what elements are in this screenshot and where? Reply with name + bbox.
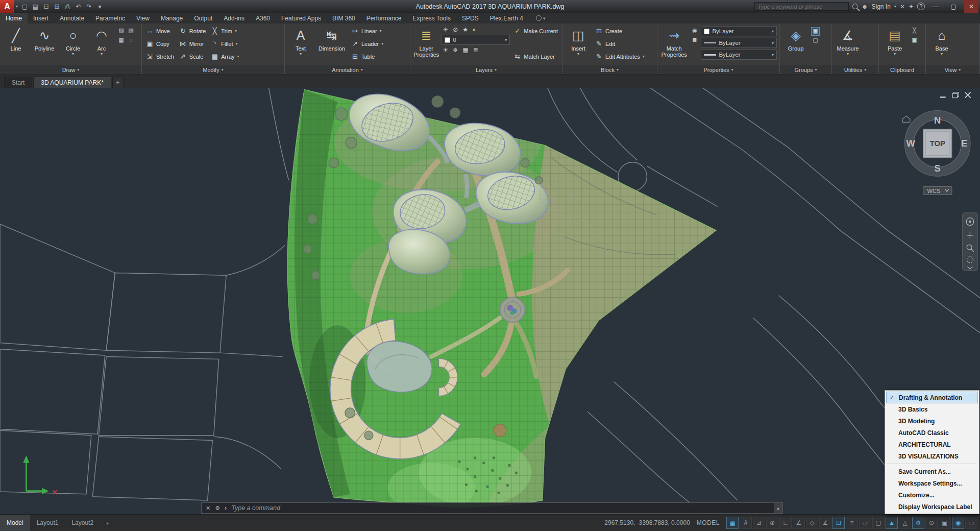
lock-ui-button[interactable]: ▣ [939,517,951,529]
tab-view[interactable]: View [131,13,155,23]
block-panel-label[interactable]: Block▾ [562,65,657,74]
command-customize-icon[interactable]: ⚙ [215,505,220,512]
tab-bim-360[interactable]: BIM 360 [327,13,361,23]
viewcube-east[interactable]: E [961,138,967,149]
polyline-button[interactable]: ∿ Polyline [31,25,58,65]
layout1-tab[interactable]: Layout1 [30,515,65,531]
polar-tracking-toggle[interactable]: ∠ [793,517,805,529]
ribbon-display-toggle[interactable]: ▾ [536,13,546,23]
copy-button[interactable]: ▣Copy [144,37,176,50]
autoscale-toggle[interactable]: △ [899,517,911,529]
command-input[interactable]: Type a command [231,504,280,512]
annotation-visibility-toggle[interactable]: ▲ [886,517,898,529]
sign-in-button[interactable]: Sign In [872,3,891,10]
more-commands-button[interactable]: ▾ [94,3,105,10]
snap-toggle[interactable]: # [740,517,752,529]
plot-style-icon[interactable]: ≣ [690,37,699,45]
fillet-button[interactable]: ◝Fillet▾ [209,37,240,50]
linetype-dropdown[interactable]: ByLayer ▾ [701,38,777,48]
stretch-button[interactable]: ⇲Stretch [144,50,176,63]
boundary-icon[interactable]: ▦ [117,37,126,45]
drawing-window-controls[interactable] [940,92,971,98]
circle-button[interactable]: ○ Circle ▾ [60,25,86,65]
annotation-panel-label[interactable]: Annotation▾ [285,65,410,74]
tab-express-tools[interactable]: Express Tools [407,13,456,23]
layer-color-icon[interactable]: ◐ [473,26,476,33]
layer-isolate-icon[interactable]: ☀ [443,46,448,54]
layer-merge-icon[interactable]: ▦ [462,46,468,54]
measure-button[interactable]: ∡ Measure ▾ [835,25,861,65]
exchange-apps-icon[interactable]: ✦ [909,3,914,10]
array-button[interactable]: ▦Array▾ [209,50,240,63]
model-space-canvas[interactable]: ✕ N E S W TOP WCS [0,88,980,514]
dynamic-input-toggle[interactable]: ⊕ [766,517,778,529]
viewcube-west[interactable]: W [906,138,915,149]
tab-featured-apps[interactable]: Featured Apps [276,13,327,23]
create-block-button[interactable]: ⊡Create [594,25,646,37]
clipboard-panel-label[interactable]: Clipboard [879,65,925,74]
ungroup-icon[interactable]: ▣ [811,27,820,36]
redo-button[interactable]: ↷ [84,3,94,10]
edit-block-button[interactable]: ✎Edit [594,37,646,50]
region-icon[interactable]: ◌ [127,37,135,45]
color-picker-icon[interactable]: ◉ [690,27,699,36]
menu-item-3d-visualizations[interactable]: 3D VISUALIZATIONS [886,450,978,462]
tab-parametric[interactable]: Parametric [90,13,131,23]
utilities-panel-label[interactable]: Utilities▾ [832,65,878,74]
table-button[interactable]: ⊞Table [350,50,385,63]
viewcube-south[interactable]: S [935,163,941,174]
tab-manage[interactable]: Manage [155,13,188,23]
signin-arrow-icon[interactable]: ▾ [894,4,896,9]
clean-screen-button[interactable]: ▭ [965,517,977,529]
navigation-bar[interactable] [963,213,977,271]
arc-button[interactable]: ◠ Arc ▾ [88,25,115,65]
search-icon[interactable] [852,4,858,9]
copy-clip-icon[interactable]: ▣ [910,37,919,45]
viewcube-north[interactable]: N [934,115,941,126]
drawing-restore-icon[interactable] [952,92,959,98]
groups-panel-label[interactable]: Groups▾ [780,65,831,74]
tab-annotate[interactable]: Annotate [54,13,90,23]
properties-panel-label[interactable]: Properties▾ [657,65,779,74]
circle-flyout-arrow[interactable]: ▾ [72,52,74,56]
menu-item-3d-modeling[interactable]: 3D Modeling [886,415,978,427]
text-button[interactable]: A Text ▾ [287,25,314,65]
tab-insert[interactable]: Insert [28,13,54,23]
save-button[interactable]: ⊟ [41,3,52,10]
maximize-button[interactable]: ▢ [946,0,961,13]
layer-on-icon[interactable]: ☀ [443,26,448,33]
draw-panel-label[interactable]: Draw▾ [0,65,141,74]
arc-flyout-arrow[interactable]: ▾ [101,52,103,56]
new-drawing-tab-button[interactable]: ＋ [112,77,124,88]
linear-button[interactable]: ↦Linear▾ [350,25,385,37]
tab-performance[interactable]: Performance [361,13,407,23]
selection-cycling-toggle[interactable]: ▢ [872,517,885,529]
match-layer-button[interactable]: ⇆Match Layer [512,50,559,63]
menu-item-architectural[interactable]: ARCHITECTURAL [886,439,978,450]
menu-item-workspace-settings[interactable]: Workspace Settings... [886,477,978,489]
search-input[interactable] [754,2,849,11]
tab-output[interactable]: Output [188,13,218,23]
menu-item-3d-basics[interactable]: 3D Basics [886,403,978,415]
tab-start[interactable]: Start [4,77,32,88]
a360-icon[interactable]: ✕ [900,3,905,10]
tab-a360[interactable]: A360 [250,13,276,23]
layers-panel-label[interactable]: Layers▾ [410,65,562,74]
tab-add-ins[interactable]: Add-ins [218,13,250,23]
tab-plex-earth[interactable]: Plex.Earth 4 [484,13,529,23]
annotation-monitor-toggle[interactable]: ⊙ [925,517,938,529]
rotate-button[interactable]: ↻Rotate [178,25,207,37]
ortho-toggle[interactable]: ∟ [779,517,792,529]
view-panel-label[interactable]: View▾ [926,65,979,74]
group-edit-icon[interactable]: ▢ [811,37,820,45]
scale-button[interactable]: ⇗Scale [178,50,207,63]
transparency-toggle[interactable]: ▱ [859,517,871,529]
workspace-switching-button[interactable]: ⚙ [912,517,924,529]
hatch-icon[interactable]: ▨ [117,27,126,36]
menu-item-save-current-as[interactable]: Save Current As... [886,466,978,477]
line-button[interactable]: ╱ Line [3,25,29,65]
viewcube-home-icon[interactable] [902,116,910,122]
lineweight-toggle[interactable]: ≡ [846,517,858,529]
layout2-tab[interactable]: Layout2 [65,515,100,531]
layer-dropdown[interactable]: 0 ▾ [442,35,510,45]
